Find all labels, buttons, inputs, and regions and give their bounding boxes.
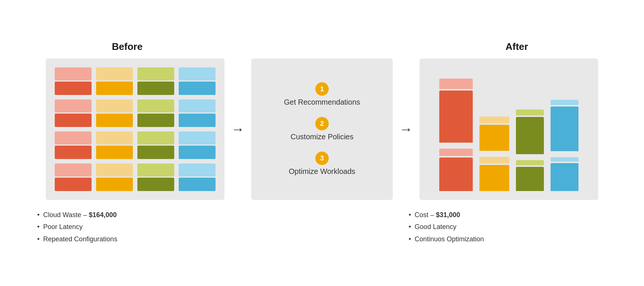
- bullet-before-1: Poor Latency: [37, 221, 235, 233]
- block-top: [179, 99, 216, 113]
- block-bottom: [55, 146, 92, 159]
- bullet-before-text-1: Poor Latency: [43, 223, 83, 231]
- block-cell: [55, 163, 92, 191]
- step-label-3: Optimize Workloads: [289, 167, 356, 176]
- before-grid: [55, 67, 216, 191]
- after-box: [420, 58, 598, 200]
- bullet-after-2: Continuos Optimization: [409, 233, 607, 245]
- block-cell: [179, 131, 216, 159]
- block-bottom: [137, 146, 174, 159]
- block-top: [96, 67, 133, 81]
- block-bottom: [137, 114, 174, 127]
- block-bottom: [96, 82, 133, 95]
- bullets-before: Cloud Waste – $164,000 Poor Latency Repe…: [37, 209, 243, 245]
- block-bottom: [179, 178, 216, 191]
- block-cell: [137, 67, 174, 95]
- block-top: [179, 67, 216, 81]
- block-cell: [55, 99, 92, 127]
- bar-orange-light-2: [479, 157, 509, 163]
- bar-green-light: [516, 109, 544, 115]
- step-1: 1 Get Recommendations: [284, 82, 360, 107]
- block-top: [96, 99, 133, 113]
- bar-red-light: [439, 79, 473, 89]
- block-top: [137, 131, 174, 145]
- after-col-green: [516, 109, 544, 191]
- bar-orange-light: [479, 117, 509, 123]
- after-col-red: [439, 79, 473, 191]
- block-cell: [179, 67, 216, 95]
- block-top: [96, 131, 133, 145]
- bullet-after-1: Good Latency: [409, 221, 607, 233]
- diagram-row: → 1 Get Recommendations 2 Customize Poli…: [22, 58, 622, 200]
- bullet-before-2: Repeated Configurations: [37, 233, 235, 245]
- step-2: 2 Customize Policies: [291, 117, 354, 141]
- block-cell: [179, 163, 216, 191]
- bullet-after-bold-0: $31,000: [436, 211, 460, 219]
- step-badge-2: 2: [315, 117, 329, 130]
- block-cell: [137, 131, 174, 159]
- arrow-1: →: [231, 121, 245, 137]
- block-bottom: [96, 146, 133, 159]
- block-cell: [137, 99, 174, 127]
- bullet-after-text-2: Continuos Optimization: [415, 235, 484, 243]
- step-badge-3: 3: [315, 152, 329, 165]
- block-bottom: [55, 82, 92, 95]
- block-bottom: [55, 178, 92, 191]
- arrow-2: →: [399, 121, 413, 137]
- bar-red-dark: [439, 90, 473, 143]
- block-bottom: [96, 178, 133, 191]
- block-cell: [179, 99, 216, 127]
- block-top: [55, 67, 92, 81]
- step-label-2: Customize Policies: [291, 133, 354, 141]
- before-box: [46, 58, 224, 200]
- middle-box: 1 Get Recommendations 2 Customize Polici…: [251, 58, 393, 200]
- titles-row: Before After: [22, 41, 622, 53]
- block-cell: [96, 131, 133, 159]
- bullet-after-text-0: Cost –: [415, 211, 436, 219]
- block-top: [137, 99, 174, 113]
- bullets-after: Cost – $31,000 Good Latency Continuos Op…: [401, 209, 607, 245]
- block-top: [96, 163, 133, 177]
- bar-orange-dark: [479, 125, 509, 151]
- block-cell: [96, 163, 133, 191]
- block-top: [55, 163, 92, 177]
- title-before: Before: [30, 41, 224, 53]
- step-label-1: Get Recommendations: [284, 98, 360, 107]
- block-cell: [137, 163, 174, 191]
- block-cell: [55, 131, 92, 159]
- block-bottom: [179, 82, 216, 95]
- bar-blue-dark-2: [551, 163, 578, 191]
- step-3: 3 Optimize Workloads: [289, 152, 356, 176]
- bar-blue-light-2: [551, 157, 578, 162]
- bullet-before-text-0: Cloud Waste –: [43, 211, 89, 219]
- block-top: [55, 131, 92, 145]
- bar-orange-dark-2: [479, 165, 509, 191]
- after-col-orange: [479, 117, 509, 191]
- block-cell: [96, 99, 133, 127]
- step-badge-1: 1: [315, 82, 329, 96]
- bar-green-dark: [516, 117, 544, 154]
- after-visual: [428, 67, 589, 191]
- bullets-middle: [243, 209, 401, 245]
- bar-green-dark-2: [516, 167, 544, 191]
- block-bottom: [137, 82, 174, 95]
- bar-blue-dark: [551, 107, 578, 151]
- bar-blue-light: [551, 100, 578, 105]
- bar-green-light-2: [516, 160, 544, 165]
- bar-red-dark-2: [439, 158, 473, 191]
- block-bottom: [179, 114, 216, 127]
- title-after: After: [420, 41, 614, 53]
- bullets-row: Cloud Waste – $164,000 Poor Latency Repe…: [22, 209, 622, 245]
- block-bottom: [179, 146, 216, 159]
- block-bottom: [55, 114, 92, 127]
- block-cell: [96, 67, 133, 95]
- bullet-before-text-2: Repeated Configurations: [43, 235, 117, 243]
- block-top: [55, 99, 92, 113]
- bullet-after-0: Cost – $31,000: [409, 209, 607, 221]
- after-col-blue: [551, 100, 578, 191]
- block-top: [137, 163, 174, 177]
- bullet-after-text-1: Good Latency: [415, 223, 456, 231]
- block-cell: [55, 67, 92, 95]
- block-top: [137, 67, 174, 81]
- bullet-before-0: Cloud Waste – $164,000: [37, 209, 235, 221]
